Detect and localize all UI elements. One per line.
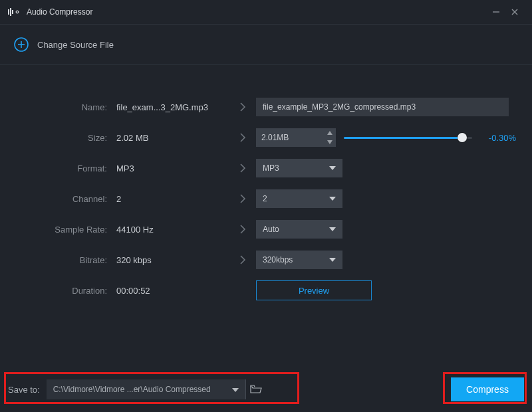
arrow-icon <box>229 102 256 112</box>
save-to-label: Save to: <box>8 385 40 395</box>
slider-fill <box>344 137 462 139</box>
minimize-button[interactable] <box>487 3 505 21</box>
svg-marker-12 <box>329 197 336 201</box>
arrow-icon <box>229 255 256 265</box>
svg-marker-9 <box>327 131 332 135</box>
label-channel: Channel: <box>0 194 116 204</box>
bitrate-value: 320kbps <box>263 255 293 264</box>
output-name-field[interactable]: file_example_MP3_2MG_compressed.mp3 <box>256 98 509 116</box>
target-size-value: 2.01MB <box>261 133 289 142</box>
row-channel: Channel: 2 2 <box>0 183 516 214</box>
row-size: Size: 2.02 MB 2.01MB <box>0 122 516 153</box>
svg-rect-0 <box>8 9 9 15</box>
svg-marker-10 <box>327 140 332 144</box>
chevron-down-icon <box>232 385 239 394</box>
svg-rect-1 <box>10 8 11 16</box>
format-dropdown[interactable]: MP3 <box>256 159 342 177</box>
row-duration: Duration: 00:00:52 Preview <box>0 275 516 306</box>
app-icon <box>8 7 21 17</box>
slider-thumb[interactable] <box>458 133 467 142</box>
channel-dropdown[interactable]: 2 <box>256 189 342 208</box>
preview-button[interactable]: Preview <box>256 280 372 300</box>
current-format: MP3 <box>116 163 229 173</box>
plus-circle-icon <box>13 37 29 52</box>
arrow-icon <box>229 193 256 204</box>
sample-rate-value: Auto <box>263 225 279 234</box>
arrow-icon <box>229 224 256 235</box>
compress-button[interactable]: Compress <box>451 377 524 401</box>
size-slider[interactable] <box>344 131 472 144</box>
footer-bar: Save to: C:\Vidmore\Vidmore ...er\Audio … <box>0 367 532 412</box>
change-source-label: Change Source File <box>37 40 114 50</box>
bitrate-dropdown[interactable]: 320kbps <box>256 251 342 269</box>
change-source-row[interactable]: Change Source File <box>0 25 532 64</box>
title-bar: Audio Compressor <box>0 0 532 24</box>
format-value: MP3 <box>263 163 279 173</box>
current-sample-rate: 44100 Hz <box>116 225 229 235</box>
arrow-icon <box>229 132 256 143</box>
svg-rect-2 <box>12 10 13 14</box>
channel-value: 2 <box>263 194 267 203</box>
row-sample-rate: Sample Rate: 44100 Hz Auto <box>0 214 516 245</box>
sample-rate-dropdown[interactable]: Auto <box>256 220 342 239</box>
open-folder-button[interactable] <box>246 379 266 399</box>
chevron-down-icon <box>329 197 336 201</box>
label-sample-rate: Sample Rate: <box>0 225 116 235</box>
row-name: Name: file_exam...3_2MG.mp3 file_example… <box>0 92 516 122</box>
arrow-icon <box>229 163 256 173</box>
chevron-down-icon <box>329 258 336 262</box>
size-step-up[interactable] <box>324 128 336 138</box>
label-size: Size: <box>0 133 116 143</box>
form-area: Name: file_exam...3_2MG.mp3 file_example… <box>0 65 532 306</box>
chevron-down-icon <box>329 166 336 170</box>
size-spinner[interactable]: 2.01MB <box>256 128 336 147</box>
size-percentage: -0.30% <box>479 133 516 143</box>
label-format: Format: <box>0 163 116 173</box>
row-bitrate: Bitrate: 320 kbps 320kbps <box>0 245 516 275</box>
label-duration: Duration: <box>0 286 116 296</box>
svg-marker-11 <box>329 166 336 170</box>
svg-marker-13 <box>329 227 336 231</box>
current-duration: 00:00:52 <box>116 286 229 296</box>
svg-marker-15 <box>232 388 239 392</box>
current-name: file_exam...3_2MG.mp3 <box>116 102 229 112</box>
row-format: Format: MP3 MP3 <box>0 153 516 183</box>
current-bitrate: 320 kbps <box>116 255 229 265</box>
label-bitrate: Bitrate: <box>0 255 116 265</box>
chevron-down-icon <box>329 227 336 231</box>
current-channel: 2 <box>116 194 229 204</box>
window-title: Audio Compressor <box>27 7 487 17</box>
close-button[interactable] <box>505 3 524 21</box>
svg-marker-14 <box>329 258 336 262</box>
label-name: Name: <box>0 102 116 112</box>
save-path-dropdown[interactable]: C:\Vidmore\Vidmore ...er\Audio Compresse… <box>47 379 246 399</box>
save-path-text: C:\Vidmore\Vidmore ...er\Audio Compresse… <box>53 385 211 394</box>
size-step-down[interactable] <box>324 138 336 147</box>
current-size: 2.02 MB <box>116 133 229 143</box>
